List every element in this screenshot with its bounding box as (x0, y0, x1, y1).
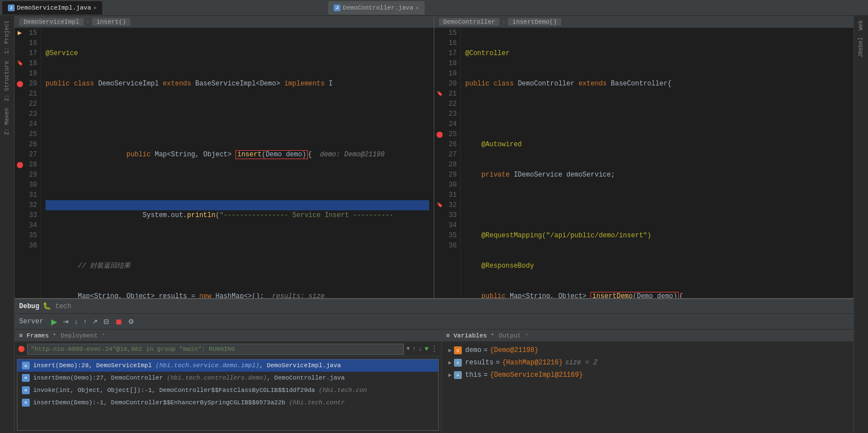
right-breadcrumb-method[interactable]: insertDemo() (508, 18, 561, 26)
maven-icon[interactable]: Z: Maven (2, 106, 12, 137)
rcode-line-21: @RequestMapping("/api/public/demo/insert… (465, 231, 849, 241)
step-over-btn[interactable]: ⇥ (61, 317, 71, 327)
stop-btn[interactable]: ⏹ (112, 316, 125, 327)
rcode-line-22: @ResponseBody (465, 261, 849, 271)
more-btn[interactable]: ⋮ (431, 345, 438, 353)
frames-list: m insert(Demo):28, DemoServiceImpl (hbi.… (17, 359, 439, 431)
code-line-22: // 封装返回结果 (46, 261, 429, 271)
var-name-results: results (465, 359, 493, 367)
breadcrumb-method[interactable]: insert() (92, 18, 131, 26)
evaluate-btn[interactable]: ⊟ (101, 317, 111, 327)
tab-close-icon-2[interactable]: ✕ (415, 4, 419, 11)
rcode-line-20 (465, 200, 849, 210)
left-sidebar: 1: Project 2: Structure Z: Maven (0, 16, 15, 433)
var-value-results: {HashMap@21216} (502, 359, 563, 367)
code-line-21 (46, 231, 429, 241)
debug-tab-2[interactable]: 🐛 tech (43, 302, 71, 310)
frame-item-2[interactable]: m insertDemo(Demo):27, DemoController (h… (17, 372, 438, 384)
expand-icon-results[interactable]: ▶ (448, 359, 452, 366)
var-item-results[interactable]: ▶ ≡ results = {HashMap@21216} size = 2 (442, 357, 853, 369)
jrebel-icon[interactable]: JRebel (856, 35, 866, 60)
code-line-18: public Map<String, Object> insert(Demo d… (46, 139, 429, 150)
variables-tab[interactable]: ≡ Variables ⁺ (446, 332, 494, 339)
code-line-20: System.out.println("---------------- Ser… (46, 200, 429, 210)
code-line-16: public class DemoServiceImpl extends Bas… (46, 79, 429, 89)
gutter-15: ▶ (15, 28, 25, 38)
right-code-area[interactable]: 15 16 17 18 19 20 🔖 21 (434, 28, 853, 298)
web-icon[interactable]: Web (856, 18, 866, 33)
bookmark-icon-r32: 🔖 (437, 200, 443, 210)
var-value-this: {DemoServiceImpl@21169} (490, 371, 583, 379)
structure-icon[interactable]: 2: Structure (2, 58, 12, 103)
frame-2-text: insertDemo(Demo):27, DemoController (hbi… (33, 375, 345, 381)
frames-panel: ≡ Frames ⁺ Deployment ⁺ 🔴 "http-nio-8080… (15, 330, 442, 433)
scroll-up-btn[interactable]: ↑ (412, 345, 416, 353)
var-name-demo: demo (465, 346, 481, 354)
server-label: Server (19, 318, 43, 326)
thread-icon: 🔴 (18, 346, 25, 353)
scroll-down-btn[interactable]: ↓ (419, 345, 422, 353)
rcode-line-17 (465, 109, 849, 119)
expand-icon-demo[interactable]: ▶ (448, 347, 452, 354)
frames-panel-header: ≡ Frames ⁺ Deployment ⁺ (15, 330, 441, 342)
java-icon-2: J (334, 4, 340, 11)
breakpoint-icon-28 (17, 162, 23, 168)
output-tab[interactable]: Output ⁺ (499, 332, 529, 339)
thread-selector[interactable]: 🔴 "http-nio-8080-exec-24"@18,962 in grou… (15, 342, 441, 357)
left-editor: DemoServiceImpl › insert() ▶ (15, 16, 434, 298)
var-item-this[interactable]: ▶ ≡ this = {DemoServiceImpl@21169} (442, 369, 853, 381)
frames-tab[interactable]: ≡ Frames ⁺ (19, 332, 56, 339)
left-code-area[interactable]: ▶ 15 16 17 🔖 (15, 28, 434, 298)
code-line-17 (46, 109, 429, 119)
tab-demo-service-impl[interactable]: J DemoServiceImpl.java ✕ (2, 1, 102, 15)
debug-arrow-icon: ▶ (17, 28, 21, 38)
run-cursor-btn[interactable]: ↗ (90, 317, 100, 327)
frame-1-text: insert(Demo):28, DemoServiceImpl (hbi.te… (33, 362, 341, 369)
debug-toolbar: Server ▶ ⇥ ↓ ↑ ↗ ⊟ ⏹ ⚙ (15, 314, 853, 330)
settings-btn[interactable]: ⚙ (126, 317, 137, 327)
code-line-23: Map<String, Object> results = new HashMa… (46, 291, 429, 298)
variables-panel-header: ≡ Variables ⁺ Output ⁺ (442, 330, 853, 342)
debug-tab[interactable]: Debug (19, 303, 39, 310)
project-icon[interactable]: 1: Project (2, 18, 12, 56)
java-icon: J (8, 4, 15, 11)
debug-top-bar: Debug 🐛 tech (15, 299, 853, 314)
bookmark-icon-r21: 🔖 (437, 89, 443, 99)
tab-close-icon[interactable]: ✕ (93, 4, 97, 11)
dropdown-arrow[interactable]: ▼ (406, 346, 410, 352)
frame-item-3[interactable]: m invoke(int, Object, Object[]):-1, Demo… (17, 384, 438, 396)
frame-4-text: insertDemo(Demo):-1, DemoController$$Enh… (33, 399, 345, 406)
expand-icon-this[interactable]: ▶ (448, 372, 452, 378)
deployment-tab[interactable]: Deployment ⁺ (61, 332, 105, 339)
filter-btn[interactable]: ▼ (425, 345, 429, 353)
variables-panel: ≡ Variables ⁺ Output ⁺ ▶ D demo = {De (442, 330, 853, 433)
var-name-this: this (465, 371, 481, 379)
right-code-lines: @Controller public class DemoController … (461, 28, 853, 298)
frame-item-4[interactable]: m insertDemo(Demo):-1, DemoController$$E… (17, 396, 438, 409)
right-editor: DemoController › insertDemo() 15 16 17 1… (434, 16, 853, 298)
breakpoint-icon-20 (17, 81, 23, 87)
debug-panel: Debug 🐛 tech Server ▶ ⇥ ↓ ↑ ↗ ⊟ ⏹ ⚙ (15, 298, 853, 433)
rcode-line-19: private IDemoService demoService; (465, 170, 849, 180)
step-out-btn[interactable]: ↑ (81, 317, 89, 327)
bookmark-icon-18: 🔖 (17, 58, 23, 69)
rcode-line-15: @Controller (465, 48, 849, 58)
breadcrumb-class[interactable]: DemoServiceImpl (19, 18, 84, 26)
variables-list: ▶ D demo = {Demo@21198} ▶ ≡ results (442, 342, 853, 433)
tab-demo-controller[interactable]: J DemoController.java ✕ (328, 1, 424, 15)
right-breadcrumb: DemoController › insertDemo() (434, 16, 853, 28)
rcode-line-16: public class DemoController extends Base… (465, 79, 849, 89)
debug-content: ≡ Frames ⁺ Deployment ⁺ 🔴 "http-nio-8080… (15, 330, 853, 433)
code-line-15: @Service (46, 48, 429, 58)
breakpoint-icon-r25 (437, 132, 443, 138)
left-breadcrumb: DemoServiceImpl › insert() (15, 16, 434, 28)
step-into-btn[interactable]: ↓ (72, 317, 80, 327)
right-sidebar: Web JRebel (853, 16, 868, 433)
frame-item-1[interactable]: m insert(Demo):28, DemoServiceImpl (hbi.… (17, 359, 438, 372)
resume-btn[interactable]: ▶ (49, 316, 60, 327)
rcode-line-23: public Map<String, Object> insertDemo(De… (465, 291, 849, 298)
right-breadcrumb-class[interactable]: DemoController (439, 18, 499, 26)
rcode-line-18: @Autowired (465, 139, 849, 150)
var-item-demo[interactable]: ▶ D demo = {Demo@21198} (442, 344, 853, 357)
code-line-19 (46, 170, 429, 180)
